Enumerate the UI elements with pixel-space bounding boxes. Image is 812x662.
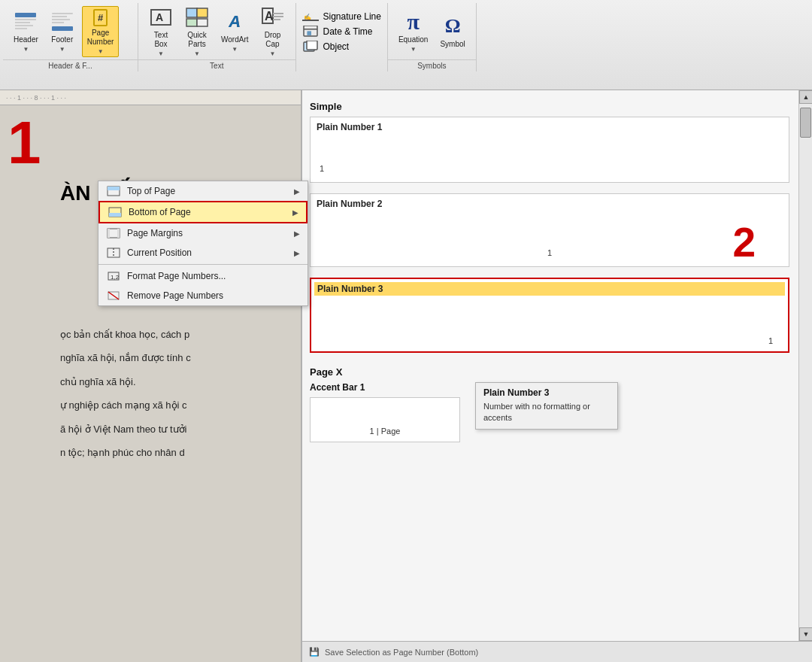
svg-rect-27 xyxy=(307,41,317,50)
style-card-plain-2[interactable]: Plain Number 2 1 2 xyxy=(310,193,789,267)
format-page-numbers-label: Format Page Numbers... xyxy=(127,271,300,281)
plain-3-number: 1 xyxy=(768,336,773,345)
svg-rect-34 xyxy=(117,229,120,238)
current-position-icon xyxy=(106,247,121,259)
drop-cap-label: DropCap xyxy=(265,31,281,49)
quick-parts-button[interactable]: QuickParts ▼ xyxy=(180,6,214,57)
equation-arrow: ▼ xyxy=(411,46,417,53)
page-margins-icon xyxy=(106,227,121,239)
page-x-row: Page X Accent Bar 1 1 | Page Plain Numbe… xyxy=(310,363,789,453)
svg-rect-14 xyxy=(186,19,197,26)
dropdown-menu: Top of Page ▶ Bottom of Page ▶ Page Marg… xyxy=(98,181,308,306)
tooltip-title: Plain Number 3 xyxy=(483,387,610,398)
page-x-label: Page X xyxy=(310,366,460,378)
date-time-button[interactable]: ▦ Date & Time xyxy=(302,26,373,38)
right-panel: Simple Plain Number 1 1 Plain Number 2 1… xyxy=(301,90,812,662)
svg-text:▦: ▦ xyxy=(307,30,312,35)
object-label: Object xyxy=(323,41,350,52)
ruler: · · · 1 · · · 8 · · · 1 · · · xyxy=(0,90,301,105)
format-page-numbers-icon: 1,2 xyxy=(106,270,121,282)
ribbon-main: Header ▼ Footer ▼ # PageNumber ▼ Header … xyxy=(0,0,812,71)
footer-arrow: ▼ xyxy=(59,46,65,53)
group-header-footer: Header ▼ Footer ▼ # PageNumber ▼ Header … xyxy=(3,3,138,71)
plain-3-body: 1 xyxy=(314,296,785,348)
svg-rect-33 xyxy=(108,229,110,238)
dropdown-item-format-page-numbers[interactable]: 1,2 Format Page Numbers... xyxy=(98,266,308,286)
date-time-label: Date & Time xyxy=(323,26,373,37)
object-button[interactable]: Object xyxy=(302,41,350,53)
doc-para-2: nghĩa xã hội, nắm được tính c xyxy=(60,349,293,366)
symbol-button[interactable]: Ω Symbol xyxy=(435,6,469,57)
doc-area: · · · 1 · · · 8 · · · 1 · · · 1 ÀN MỐ...… xyxy=(0,90,301,662)
wordart-button[interactable]: A WordArt ▼ xyxy=(217,6,253,57)
page-number-button[interactable]: # PageNumber ▼ xyxy=(82,6,120,57)
page-margins-arrow: ▶ xyxy=(294,229,300,238)
scroll-handle[interactable] xyxy=(800,108,811,138)
save-icon: 💾 xyxy=(308,646,320,658)
plain-2-body: 1 2 xyxy=(314,211,786,263)
drop-cap-arrow: ▼ xyxy=(270,50,276,57)
svg-line-40 xyxy=(108,292,119,299)
svg-text:1,2: 1,2 xyxy=(111,274,120,281)
bottom-bar-label: Save Selection as Page Number (Bottom) xyxy=(325,648,478,657)
scroll-track xyxy=(799,104,812,627)
doc-para-1: ọc bản chất khoa học, cách p xyxy=(60,326,293,343)
drop-cap-button[interactable]: A DropCap ▼ xyxy=(256,6,289,57)
signature-line-button[interactable]: ✍ Signature Line xyxy=(302,11,381,23)
dropdown-item-current-position[interactable]: Current Position ▶ xyxy=(98,243,308,263)
ribbon: Header ▼ Footer ▼ # PageNumber ▼ Header … xyxy=(0,0,812,90)
dropdown-item-bottom-of-page[interactable]: Bottom of Page ▶ xyxy=(98,201,308,223)
section-simple-label: Simple xyxy=(310,101,789,112)
remove-page-numbers-icon xyxy=(106,290,121,302)
style-card-accent-bar-1[interactable]: 1 | Page xyxy=(310,397,460,442)
page-number-icon: # xyxy=(89,8,113,27)
bottom-of-page-arrow: ▶ xyxy=(292,208,298,217)
page-x-left: Page X Accent Bar 1 1 | Page xyxy=(310,363,460,453)
scroll-down-button[interactable]: ▼ xyxy=(799,627,812,641)
quick-parts-label: QuickParts xyxy=(187,31,207,49)
svg-text:A: A xyxy=(265,10,274,23)
header-button[interactable]: Header ▼ xyxy=(9,6,43,57)
top-of-page-label: Top of Page xyxy=(127,186,288,196)
svg-rect-13 xyxy=(197,8,208,17)
wordart-arrow: ▼ xyxy=(232,46,238,53)
scroll-up-button[interactable]: ▲ xyxy=(799,90,812,104)
doc-para-4: ự nghiệp cách mạng xã hội c xyxy=(60,396,293,414)
bottom-bar: 💾 Save Selection as Page Number (Bottom) xyxy=(302,641,812,662)
text-box-button[interactable]: A TextBox ▼ xyxy=(144,6,177,57)
svg-rect-12 xyxy=(186,8,197,17)
style-card-plain-1[interactable]: Plain Number 1 1 xyxy=(310,117,789,183)
main-area: · · · 1 · · · 8 · · · 1 · · · 1 ÀN MỐ...… xyxy=(0,90,812,662)
svg-rect-4 xyxy=(15,28,27,29)
svg-rect-8 xyxy=(52,22,64,23)
page-number-label: PageNumber xyxy=(87,29,114,47)
header-arrow: ▼ xyxy=(23,46,29,53)
page-margins-label: Page Margins xyxy=(127,228,288,238)
svg-text:✍: ✍ xyxy=(304,13,311,20)
plain-3-header: Plain Number 3 xyxy=(314,282,785,296)
dropdown-divider xyxy=(98,264,308,265)
svg-rect-29 xyxy=(108,187,120,190)
right-scrollbar: ▲ ▼ xyxy=(798,90,812,641)
panel-content: Simple Plain Number 1 1 Plain Number 2 1… xyxy=(302,90,812,662)
symbol-label: Symbol xyxy=(440,40,465,49)
group-insert: ✍ Signature Line ▦ Date & Time Object xyxy=(296,3,388,71)
svg-rect-20 xyxy=(273,19,280,20)
accent-bar-1-text: 1 | Page xyxy=(370,427,401,436)
equation-button[interactable]: π Equation ▼ xyxy=(394,6,432,57)
dropdown-item-remove-page-numbers[interactable]: Remove Page Numbers xyxy=(98,286,308,305)
style-card-plain-3[interactable]: Plain Number 3 1 xyxy=(310,278,789,353)
footer-button[interactable]: Footer ▼ xyxy=(46,6,79,57)
symbols-group-label: Symbols xyxy=(388,59,476,70)
svg-text:A: A xyxy=(156,11,163,23)
svg-rect-19 xyxy=(273,16,283,17)
svg-rect-0 xyxy=(15,13,36,17)
dropdown-item-top-of-page[interactable]: Top of Page ▶ xyxy=(98,181,308,201)
symbol-icon: Ω xyxy=(441,14,465,38)
header-footer-group-label: Header & F... xyxy=(3,59,138,70)
dropdown-item-page-margins[interactable]: Page Margins ▶ xyxy=(98,223,308,243)
quick-parts-arrow: ▼ xyxy=(194,50,200,57)
bottom-of-page-icon xyxy=(108,206,123,218)
annotation-2: 2 xyxy=(732,218,756,266)
plain-1-header: Plain Number 1 xyxy=(314,120,786,134)
